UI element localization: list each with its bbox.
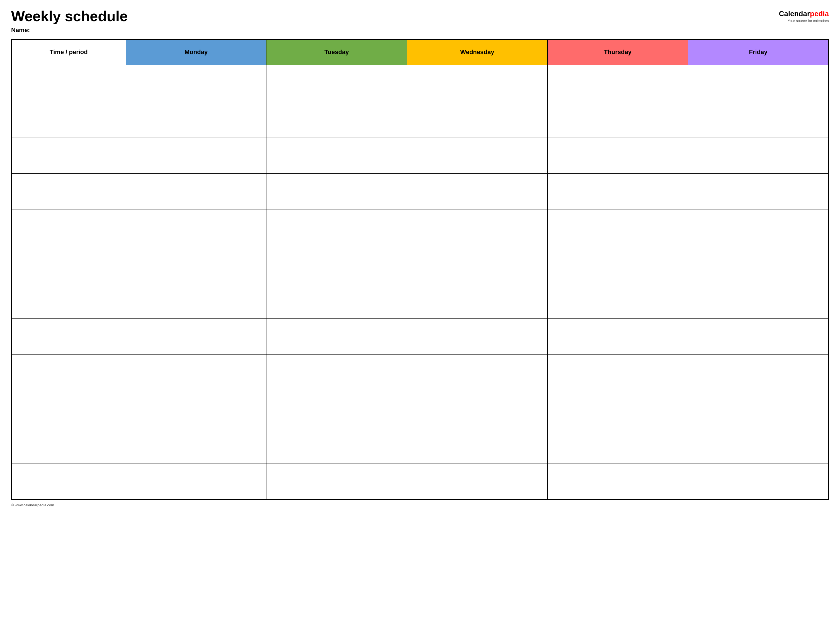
cell-row0-col2[interactable] bbox=[267, 65, 407, 101]
cell-row1-col4[interactable] bbox=[547, 101, 688, 137]
cell-row2-col2[interactable] bbox=[267, 137, 407, 173]
cell-row7-col3[interactable] bbox=[407, 318, 547, 355]
table-row bbox=[11, 137, 829, 173]
cell-row7-col2[interactable] bbox=[267, 318, 407, 355]
col-header-tuesday: Tuesday bbox=[267, 39, 407, 65]
cell-row6-col3[interactable] bbox=[407, 282, 547, 318]
cell-row11-col5[interactable] bbox=[688, 463, 829, 499]
cell-row11-col2[interactable] bbox=[267, 463, 407, 499]
cell-row6-col4[interactable] bbox=[547, 282, 688, 318]
cell-row1-col2[interactable] bbox=[267, 101, 407, 137]
cell-row11-col0[interactable] bbox=[11, 463, 126, 499]
cell-row7-col0[interactable] bbox=[11, 318, 126, 355]
cell-row2-col3[interactable] bbox=[407, 137, 547, 173]
col-header-thursday: Thursday bbox=[547, 39, 688, 65]
cell-row0-col3[interactable] bbox=[407, 65, 547, 101]
table-row bbox=[11, 391, 829, 427]
logo-calendar: Calendar bbox=[779, 9, 810, 18]
cell-row8-col2[interactable] bbox=[267, 355, 407, 391]
cell-row4-col1[interactable] bbox=[126, 210, 266, 246]
schedule-table: Time / period Monday Tuesday Wednesday T… bbox=[11, 39, 829, 500]
col-header-wednesday: Wednesday bbox=[407, 39, 547, 65]
cell-row8-col0[interactable] bbox=[11, 355, 126, 391]
cell-row6-col0[interactable] bbox=[11, 282, 126, 318]
cell-row5-col3[interactable] bbox=[407, 246, 547, 282]
table-row bbox=[11, 210, 829, 246]
cell-row4-col2[interactable] bbox=[267, 210, 407, 246]
cell-row1-col0[interactable] bbox=[11, 101, 126, 137]
cell-row11-col4[interactable] bbox=[547, 463, 688, 499]
col-header-monday: Monday bbox=[126, 39, 266, 65]
cell-row7-col1[interactable] bbox=[126, 318, 266, 355]
footer-url: © www.calendarpedia.com bbox=[11, 503, 54, 507]
cell-row6-col1[interactable] bbox=[126, 282, 266, 318]
cell-row9-col3[interactable] bbox=[407, 391, 547, 427]
table-row bbox=[11, 65, 829, 101]
cell-row4-col0[interactable] bbox=[11, 210, 126, 246]
cell-row4-col4[interactable] bbox=[547, 210, 688, 246]
cell-row10-col1[interactable] bbox=[126, 427, 266, 463]
cell-row4-col3[interactable] bbox=[407, 210, 547, 246]
cell-row5-col4[interactable] bbox=[547, 246, 688, 282]
cell-row0-col4[interactable] bbox=[547, 65, 688, 101]
cell-row9-col0[interactable] bbox=[11, 391, 126, 427]
cell-row5-col5[interactable] bbox=[688, 246, 829, 282]
cell-row7-col4[interactable] bbox=[547, 318, 688, 355]
cell-row11-col1[interactable] bbox=[126, 463, 266, 499]
name-label: Name: bbox=[11, 27, 128, 34]
cell-row4-col5[interactable] bbox=[688, 210, 829, 246]
table-row bbox=[11, 318, 829, 355]
title-section: Weekly schedule Name: bbox=[11, 8, 128, 34]
cell-row10-col4[interactable] bbox=[547, 427, 688, 463]
cell-row9-col4[interactable] bbox=[547, 391, 688, 427]
cell-row2-col4[interactable] bbox=[547, 137, 688, 173]
header-row: Time / period Monday Tuesday Wednesday T… bbox=[11, 39, 829, 65]
page-title: Weekly schedule bbox=[11, 8, 128, 24]
cell-row3-col0[interactable] bbox=[11, 173, 126, 210]
cell-row3-col1[interactable] bbox=[126, 173, 266, 210]
cell-row6-col5[interactable] bbox=[688, 282, 829, 318]
cell-row3-col5[interactable] bbox=[688, 173, 829, 210]
cell-row6-col2[interactable] bbox=[267, 282, 407, 318]
col-header-friday: Friday bbox=[688, 39, 829, 65]
cell-row8-col3[interactable] bbox=[407, 355, 547, 391]
cell-row10-col0[interactable] bbox=[11, 427, 126, 463]
cell-row10-col2[interactable] bbox=[267, 427, 407, 463]
cell-row2-col1[interactable] bbox=[126, 137, 266, 173]
cell-row3-col4[interactable] bbox=[547, 173, 688, 210]
cell-row7-col5[interactable] bbox=[688, 318, 829, 355]
cell-row11-col3[interactable] bbox=[407, 463, 547, 499]
cell-row5-col2[interactable] bbox=[267, 246, 407, 282]
logo-section: Calendarpedia Your source for calendars bbox=[779, 9, 829, 23]
cell-row3-col3[interactable] bbox=[407, 173, 547, 210]
cell-row0-col1[interactable] bbox=[126, 65, 266, 101]
cell-row9-col1[interactable] bbox=[126, 391, 266, 427]
col-header-time: Time / period bbox=[11, 39, 126, 65]
cell-row10-col5[interactable] bbox=[688, 427, 829, 463]
cell-row1-col1[interactable] bbox=[126, 101, 266, 137]
table-row bbox=[11, 101, 829, 137]
table-row bbox=[11, 427, 829, 463]
table-row bbox=[11, 463, 829, 499]
cell-row0-col0[interactable] bbox=[11, 65, 126, 101]
cell-row8-col1[interactable] bbox=[126, 355, 266, 391]
cell-row10-col3[interactable] bbox=[407, 427, 547, 463]
cell-row0-col5[interactable] bbox=[688, 65, 829, 101]
cell-row1-col5[interactable] bbox=[688, 101, 829, 137]
cell-row8-col5[interactable] bbox=[688, 355, 829, 391]
cell-row2-col0[interactable] bbox=[11, 137, 126, 173]
logo-tagline: Your source for calendars bbox=[788, 19, 829, 23]
footer: © www.calendarpedia.com bbox=[11, 503, 829, 507]
cell-row5-col1[interactable] bbox=[126, 246, 266, 282]
cell-row2-col5[interactable] bbox=[688, 137, 829, 173]
cell-row8-col4[interactable] bbox=[547, 355, 688, 391]
cell-row3-col2[interactable] bbox=[267, 173, 407, 210]
table-row bbox=[11, 246, 829, 282]
cell-row9-col2[interactable] bbox=[267, 391, 407, 427]
cell-row5-col0[interactable] bbox=[11, 246, 126, 282]
table-row bbox=[11, 355, 829, 391]
cell-row1-col3[interactable] bbox=[407, 101, 547, 137]
logo-pedia: pedia bbox=[810, 9, 829, 18]
table-row bbox=[11, 282, 829, 318]
cell-row9-col5[interactable] bbox=[688, 391, 829, 427]
